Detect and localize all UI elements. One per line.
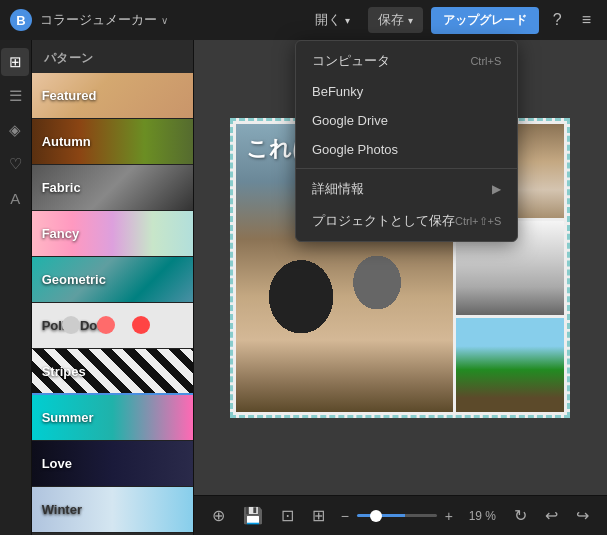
sidebar-header: パターン bbox=[32, 40, 193, 73]
save-chevron: ▾ bbox=[408, 15, 413, 26]
left-toolbar: ⊞ ☰ ◈ ♡ A bbox=[0, 40, 32, 535]
open-chevron: ▾ bbox=[345, 15, 350, 26]
dropdown-item-save-project[interactable]: プロジェクトとして保存 Ctrl+⇧+S bbox=[296, 205, 517, 237]
sidebar-item-winter[interactable]: Winter bbox=[32, 487, 193, 533]
zoom-in-button[interactable]: + bbox=[441, 506, 457, 526]
dropdown-item-google-drive[interactable]: Google Drive bbox=[296, 106, 517, 135]
zoom-controls: − + 19 % bbox=[337, 506, 496, 526]
dropdown-item-befunky[interactable]: BeFunky bbox=[296, 77, 517, 106]
dropdown-item-computer[interactable]: コンピュータ Ctrl+S bbox=[296, 45, 517, 77]
fit-button[interactable]: ⊡ bbox=[275, 502, 300, 529]
crop-button[interactable]: ⊞ bbox=[306, 502, 331, 529]
topbar: B コラージュメーカー ∨ 開く ▾ 保存 ▾ アップグレード ? ≡ bbox=[0, 0, 607, 40]
upgrade-button[interactable]: アップグレード bbox=[431, 7, 539, 34]
tool-favorites[interactable]: ♡ bbox=[1, 150, 29, 178]
sidebar-item-autumn[interactable]: Autumn bbox=[32, 119, 193, 165]
zoom-out-button[interactable]: − bbox=[337, 506, 353, 526]
tool-layers[interactable]: ☰ bbox=[1, 82, 29, 110]
sidebar-item-stripes[interactable]: Stripes bbox=[32, 349, 193, 395]
dropdown-divider bbox=[296, 168, 517, 169]
sidebar-item-geometric[interactable]: Geometric bbox=[32, 257, 193, 303]
details-arrow-icon: ▶ bbox=[492, 182, 501, 196]
loop-button[interactable]: ↻ bbox=[508, 502, 533, 529]
redo-button[interactable]: ↪ bbox=[570, 502, 595, 529]
tool-patterns[interactable]: ⊞ bbox=[1, 48, 29, 76]
layers-button[interactable]: ⊕ bbox=[206, 502, 231, 529]
zoom-slider[interactable] bbox=[357, 514, 437, 517]
sidebar-item-love[interactable]: Love bbox=[32, 441, 193, 487]
app-name-chevron: ∨ bbox=[161, 15, 168, 26]
tool-text[interactable]: A bbox=[1, 184, 29, 212]
open-button[interactable]: 開く ▾ bbox=[305, 7, 360, 33]
app-name[interactable]: コラージュメーカー ∨ bbox=[40, 11, 168, 29]
zoom-label: 19 % bbox=[461, 509, 496, 523]
sidebar-item-polka-dots[interactable]: Polka Dots bbox=[32, 303, 193, 349]
save-icon-button[interactable]: 💾 bbox=[237, 502, 269, 529]
collage-cell-tree[interactable] bbox=[456, 318, 564, 412]
bottom-toolbar: ⊕ 💾 ⊡ ⊞ − + 19 % ↻ ↩ ↪ bbox=[194, 495, 607, 535]
save-button[interactable]: 保存 ▾ bbox=[368, 7, 423, 33]
sidebar-item-fancy[interactable]: Fancy bbox=[32, 211, 193, 257]
sidebar-item-summer[interactable]: Summer bbox=[32, 395, 193, 441]
help-button[interactable]: ? bbox=[547, 7, 568, 33]
dropdown-item-google-photos[interactable]: Google Photos bbox=[296, 135, 517, 164]
sidebar: パターン Featured Autumn Fabric Fancy Geomet… bbox=[32, 40, 194, 535]
undo-button[interactable]: ↩ bbox=[539, 502, 564, 529]
save-dropdown: コンピュータ Ctrl+S BeFunky Google Drive Googl… bbox=[295, 40, 518, 242]
sidebar-item-fabric[interactable]: Fabric bbox=[32, 165, 193, 211]
menu-button[interactable]: ≡ bbox=[576, 7, 597, 33]
dropdown-item-details[interactable]: 詳細情報 ▶ bbox=[296, 173, 517, 205]
app-logo: B bbox=[10, 9, 32, 31]
sidebar-item-featured[interactable]: Featured bbox=[32, 73, 193, 119]
tool-shapes[interactable]: ◈ bbox=[1, 116, 29, 144]
